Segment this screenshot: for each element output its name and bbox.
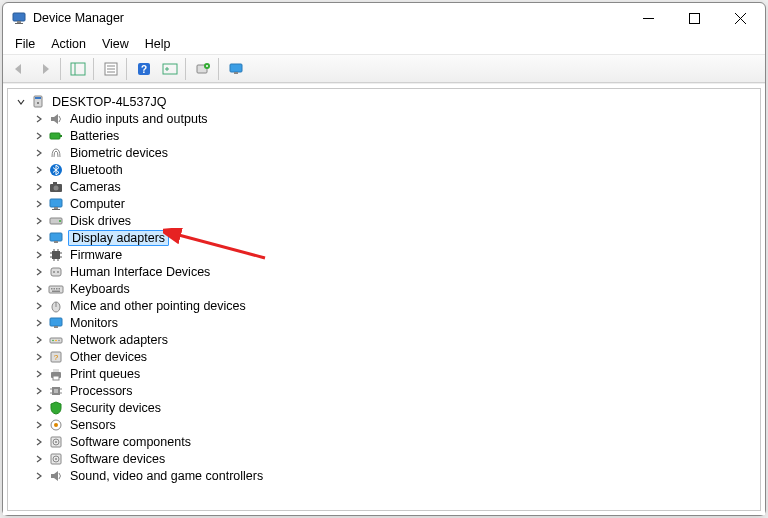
- maximize-button[interactable]: [671, 3, 717, 33]
- tree-root-label: DESKTOP-4L537JQ: [50, 95, 168, 109]
- svg-rect-49: [51, 288, 53, 290]
- svg-rect-50: [54, 288, 56, 290]
- scan-hardware-button[interactable]: [191, 58, 215, 80]
- show-hide-console-tree-button[interactable]: [66, 58, 90, 80]
- hid-icon: [48, 264, 64, 280]
- chevron-right-icon[interactable]: [32, 299, 46, 313]
- tree-item[interactable]: Monitors: [8, 314, 760, 331]
- svg-rect-23: [50, 133, 60, 139]
- tree-item[interactable]: Human Interface Devices: [8, 263, 760, 280]
- tree-item-label: Monitors: [68, 316, 120, 330]
- tree-item[interactable]: Cameras: [8, 178, 760, 195]
- menu-action[interactable]: Action: [43, 35, 94, 53]
- svg-rect-35: [54, 241, 58, 243]
- svg-text:?: ?: [54, 353, 59, 362]
- tree-item-label: Firmware: [68, 248, 124, 262]
- close-button[interactable]: [717, 3, 763, 33]
- chevron-right-icon[interactable]: [32, 333, 46, 347]
- chevron-right-icon[interactable]: [32, 197, 46, 211]
- chevron-right-icon[interactable]: [32, 214, 46, 228]
- chevron-right-icon[interactable]: [32, 163, 46, 177]
- tree-item-label: Display adapters: [68, 230, 169, 246]
- chevron-right-icon[interactable]: [32, 401, 46, 415]
- tree-item-label: Cameras: [68, 180, 123, 194]
- chevron-right-icon[interactable]: [32, 350, 46, 364]
- tree-item[interactable]: Computer: [8, 195, 760, 212]
- device-tree[interactable]: DESKTOP-4L537JQAudio inputs and outputsB…: [8, 89, 760, 510]
- software-icon: [48, 434, 64, 450]
- chevron-right-icon[interactable]: [32, 112, 46, 126]
- tree-item[interactable]: Biometric devices: [8, 144, 760, 161]
- tree-item[interactable]: Batteries: [8, 127, 760, 144]
- tree-item[interactable]: Bluetooth: [8, 161, 760, 178]
- printer-icon: [48, 366, 64, 382]
- tree-item[interactable]: Sound, video and game controllers: [8, 467, 760, 484]
- tree-item-label: Software devices: [68, 452, 167, 466]
- nav-forward-button[interactable]: [33, 58, 57, 80]
- tree-item-label: Network adapters: [68, 333, 170, 347]
- chevron-right-icon[interactable]: [32, 435, 46, 449]
- chevron-right-icon[interactable]: [32, 384, 46, 398]
- menu-view[interactable]: View: [94, 35, 137, 53]
- chevron-right-icon[interactable]: [32, 129, 46, 143]
- cpu-icon: [48, 383, 64, 399]
- nav-back-button[interactable]: [7, 58, 31, 80]
- tree-item[interactable]: Print queues: [8, 365, 760, 382]
- chevron-right-icon[interactable]: [32, 146, 46, 160]
- tree-item[interactable]: Keyboards: [8, 280, 760, 297]
- svg-rect-31: [52, 209, 60, 210]
- app-icon: [11, 10, 27, 26]
- titlebar[interactable]: Device Manager: [3, 3, 765, 33]
- tree-item[interactable]: Software devices: [8, 450, 760, 467]
- svg-point-33: [59, 220, 61, 222]
- svg-point-46: [53, 271, 55, 273]
- tree-item[interactable]: Display adapters: [8, 229, 760, 246]
- chevron-right-icon[interactable]: [32, 316, 46, 330]
- chevron-right-icon[interactable]: [32, 452, 46, 466]
- chevron-right-icon[interactable]: [32, 282, 46, 296]
- chevron-right-icon[interactable]: [32, 367, 46, 381]
- chevron-right-icon[interactable]: [32, 231, 46, 245]
- chevron-right-icon[interactable]: [32, 248, 46, 262]
- display-icon: [48, 230, 64, 246]
- software-icon: [48, 451, 64, 467]
- svg-point-80: [55, 458, 57, 460]
- tree-item[interactable]: Security devices: [8, 399, 760, 416]
- tree-item[interactable]: Audio inputs and outputs: [8, 110, 760, 127]
- monitor-config-button[interactable]: [224, 58, 248, 80]
- tree-item-label: Audio inputs and outputs: [68, 112, 210, 126]
- chevron-right-icon[interactable]: [32, 265, 46, 279]
- chevron-right-icon[interactable]: [32, 180, 46, 194]
- computer-icon: [48, 196, 64, 212]
- minimize-button[interactable]: [625, 3, 671, 33]
- svg-point-27: [54, 185, 59, 190]
- menu-file[interactable]: File: [7, 35, 43, 53]
- tree-item-label: Sound, video and game controllers: [68, 469, 265, 483]
- tree-item[interactable]: Sensors: [8, 416, 760, 433]
- help-button[interactable]: ?: [132, 58, 156, 80]
- tree-root-node[interactable]: DESKTOP-4L537JQ: [8, 93, 760, 110]
- svg-rect-34: [50, 233, 62, 241]
- chevron-right-icon[interactable]: [32, 418, 46, 432]
- svg-rect-52: [59, 288, 61, 290]
- svg-rect-28: [53, 182, 57, 184]
- sensor-icon: [48, 417, 64, 433]
- tree-item[interactable]: Disk drives: [8, 212, 760, 229]
- tree-item[interactable]: Network adapters: [8, 331, 760, 348]
- tree-item[interactable]: Software components: [8, 433, 760, 450]
- tree-item-label: Disk drives: [68, 214, 133, 228]
- properties-button[interactable]: [99, 58, 123, 80]
- tree-item[interactable]: Mice and other pointing devices: [8, 297, 760, 314]
- chevron-down-icon[interactable]: [14, 95, 28, 109]
- tree-item[interactable]: ?Other devices: [8, 348, 760, 365]
- tree-item[interactable]: Processors: [8, 382, 760, 399]
- tree-item[interactable]: Firmware: [8, 246, 760, 263]
- mouse-icon: [48, 298, 64, 314]
- device-manager-window: Device Manager File Action View Help ? D…: [2, 2, 766, 516]
- chevron-right-icon[interactable]: [32, 469, 46, 483]
- tree-item-label: Human Interface Devices: [68, 265, 212, 279]
- action-icon-button[interactable]: [158, 58, 182, 80]
- menu-help[interactable]: Help: [137, 35, 179, 53]
- tree-item-label: Mice and other pointing devices: [68, 299, 248, 313]
- tree-item-label: Batteries: [68, 129, 121, 143]
